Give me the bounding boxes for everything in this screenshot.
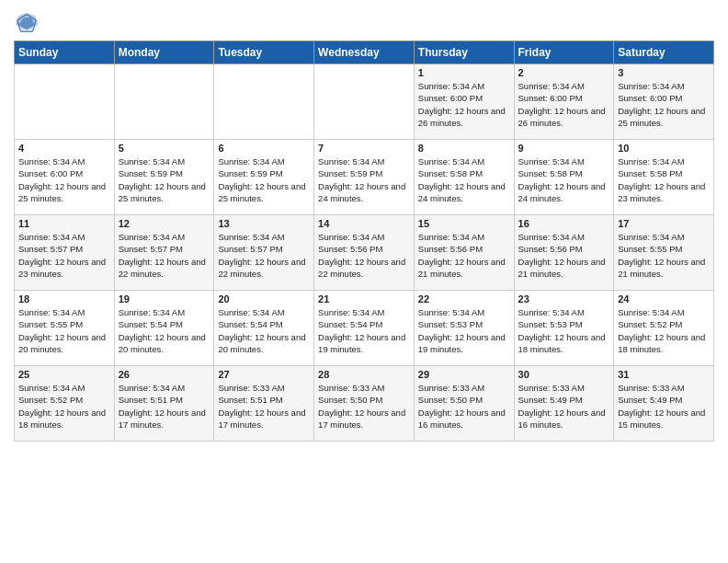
day-detail: Sunrise: 5:34 AM Sunset: 5:57 PM Dayligh… — [119, 232, 206, 279]
day-detail: Sunrise: 5:34 AM Sunset: 5:58 PM Dayligh… — [618, 156, 705, 203]
header — [14, 9, 714, 35]
day-cell: 21Sunrise: 5:34 AM Sunset: 5:54 PM Dayli… — [314, 291, 415, 366]
day-cell: 5Sunrise: 5:34 AM Sunset: 5:59 PM Daylig… — [114, 140, 214, 215]
week-row-3: 18Sunrise: 5:34 AM Sunset: 5:55 PM Dayli… — [15, 291, 714, 366]
logo — [14, 9, 43, 35]
day-cell: 17Sunrise: 5:34 AM Sunset: 5:55 PM Dayli… — [614, 215, 714, 291]
day-cell: 11Sunrise: 5:34 AM Sunset: 5:57 PM Dayli… — [15, 215, 115, 291]
day-detail: Sunrise: 5:34 AM Sunset: 5:59 PM Dayligh… — [318, 156, 405, 203]
day-number: 13 — [218, 218, 310, 229]
day-cell: 20Sunrise: 5:34 AM Sunset: 5:54 PM Dayli… — [214, 291, 314, 366]
calendar-table: SundayMondayTuesdayWednesdayThursdayFrid… — [14, 40, 714, 442]
day-cell: 29Sunrise: 5:33 AM Sunset: 5:50 PM Dayli… — [414, 366, 514, 442]
day-number: 18 — [18, 293, 110, 304]
day-detail: Sunrise: 5:34 AM Sunset: 6:00 PM Dayligh… — [518, 81, 606, 128]
day-number: 30 — [518, 369, 610, 380]
day-detail: Sunrise: 5:34 AM Sunset: 5:54 PM Dayligh… — [119, 307, 206, 354]
day-cell — [114, 64, 214, 140]
day-detail: Sunrise: 5:34 AM Sunset: 5:57 PM Dayligh… — [18, 232, 106, 279]
day-cell: 4Sunrise: 5:34 AM Sunset: 6:00 PM Daylig… — [15, 140, 115, 215]
day-number: 24 — [618, 293, 710, 304]
day-detail: Sunrise: 5:33 AM Sunset: 5:50 PM Dayligh… — [318, 383, 405, 430]
day-number: 6 — [218, 143, 310, 154]
day-number: 12 — [119, 218, 210, 229]
day-cell: 12Sunrise: 5:34 AM Sunset: 5:57 PM Dayli… — [114, 215, 214, 291]
day-detail: Sunrise: 5:34 AM Sunset: 5:56 PM Dayligh… — [418, 232, 506, 279]
day-cell: 13Sunrise: 5:34 AM Sunset: 5:57 PM Dayli… — [214, 215, 314, 291]
header-day-thursday: Thursday — [414, 41, 514, 64]
day-number: 27 — [218, 369, 310, 380]
day-number: 23 — [518, 293, 610, 304]
day-number: 25 — [18, 369, 110, 380]
header-day-saturday: Saturday — [614, 41, 714, 64]
day-detail: Sunrise: 5:34 AM Sunset: 5:55 PM Dayligh… — [618, 232, 705, 279]
day-detail: Sunrise: 5:34 AM Sunset: 5:51 PM Dayligh… — [119, 383, 206, 430]
header-day-tuesday: Tuesday — [214, 41, 314, 64]
day-cell: 18Sunrise: 5:34 AM Sunset: 5:55 PM Dayli… — [15, 291, 115, 366]
day-cell: 8Sunrise: 5:34 AM Sunset: 5:58 PM Daylig… — [414, 140, 514, 215]
day-cell: 24Sunrise: 5:34 AM Sunset: 5:52 PM Dayli… — [614, 291, 714, 366]
day-detail: Sunrise: 5:34 AM Sunset: 5:59 PM Dayligh… — [119, 156, 206, 203]
day-number: 11 — [18, 218, 110, 229]
week-row-2: 11Sunrise: 5:34 AM Sunset: 5:57 PM Dayli… — [15, 215, 714, 291]
day-cell: 28Sunrise: 5:33 AM Sunset: 5:50 PM Dayli… — [314, 366, 415, 442]
day-cell: 31Sunrise: 5:33 AM Sunset: 5:49 PM Dayli… — [614, 366, 714, 442]
day-number: 16 — [518, 218, 610, 229]
day-number: 29 — [418, 369, 510, 380]
day-number: 26 — [119, 369, 210, 380]
day-detail: Sunrise: 5:33 AM Sunset: 5:49 PM Dayligh… — [618, 383, 705, 430]
day-detail: Sunrise: 5:34 AM Sunset: 5:59 PM Dayligh… — [218, 156, 305, 203]
day-number: 15 — [418, 218, 510, 229]
day-detail: Sunrise: 5:34 AM Sunset: 5:56 PM Dayligh… — [518, 232, 606, 279]
day-detail: Sunrise: 5:34 AM Sunset: 5:54 PM Dayligh… — [318, 307, 405, 354]
logo-icon — [14, 9, 40, 35]
day-detail: Sunrise: 5:34 AM Sunset: 5:53 PM Dayligh… — [418, 307, 506, 354]
day-cell: 10Sunrise: 5:34 AM Sunset: 5:58 PM Dayli… — [614, 140, 714, 215]
day-detail: Sunrise: 5:33 AM Sunset: 5:50 PM Dayligh… — [418, 383, 506, 430]
header-day-sunday: Sunday — [15, 41, 115, 64]
day-number: 10 — [618, 143, 710, 154]
day-detail: Sunrise: 5:34 AM Sunset: 5:58 PM Dayligh… — [418, 156, 506, 203]
day-cell: 1Sunrise: 5:34 AM Sunset: 6:00 PM Daylig… — [414, 64, 514, 140]
header-day-monday: Monday — [114, 41, 214, 64]
calendar-header: SundayMondayTuesdayWednesdayThursdayFrid… — [15, 41, 714, 64]
day-number: 21 — [318, 293, 410, 304]
day-detail: Sunrise: 5:34 AM Sunset: 5:55 PM Dayligh… — [18, 307, 106, 354]
day-cell: 2Sunrise: 5:34 AM Sunset: 6:00 PM Daylig… — [514, 64, 614, 140]
day-cell — [314, 64, 415, 140]
day-number: 19 — [119, 293, 210, 304]
week-row-4: 25Sunrise: 5:34 AM Sunset: 5:52 PM Dayli… — [15, 366, 714, 442]
day-number: 5 — [119, 143, 210, 154]
calendar-container: SundayMondayTuesdayWednesdayThursdayFrid… — [0, 0, 728, 563]
day-number: 8 — [418, 143, 510, 154]
day-cell: 27Sunrise: 5:33 AM Sunset: 5:51 PM Dayli… — [214, 366, 314, 442]
day-detail: Sunrise: 5:34 AM Sunset: 5:56 PM Dayligh… — [318, 232, 405, 279]
week-row-1: 4Sunrise: 5:34 AM Sunset: 6:00 PM Daylig… — [15, 140, 714, 215]
day-detail: Sunrise: 5:34 AM Sunset: 5:57 PM Dayligh… — [218, 232, 305, 279]
day-detail: Sunrise: 5:34 AM Sunset: 5:52 PM Dayligh… — [618, 307, 705, 354]
day-cell: 30Sunrise: 5:33 AM Sunset: 5:49 PM Dayli… — [514, 366, 614, 442]
day-number: 4 — [18, 143, 110, 154]
day-detail: Sunrise: 5:34 AM Sunset: 5:54 PM Dayligh… — [218, 307, 305, 354]
day-cell — [15, 64, 115, 140]
day-number: 9 — [518, 143, 610, 154]
day-detail: Sunrise: 5:33 AM Sunset: 5:51 PM Dayligh… — [218, 383, 305, 430]
header-day-wednesday: Wednesday — [314, 41, 415, 64]
day-cell: 9Sunrise: 5:34 AM Sunset: 5:58 PM Daylig… — [514, 140, 614, 215]
day-number: 3 — [618, 67, 710, 78]
day-cell: 25Sunrise: 5:34 AM Sunset: 5:52 PM Dayli… — [15, 366, 115, 442]
day-cell: 6Sunrise: 5:34 AM Sunset: 5:59 PM Daylig… — [214, 140, 314, 215]
day-cell: 15Sunrise: 5:34 AM Sunset: 5:56 PM Dayli… — [414, 215, 514, 291]
day-detail: Sunrise: 5:34 AM Sunset: 6:00 PM Dayligh… — [418, 81, 506, 128]
header-row: SundayMondayTuesdayWednesdayThursdayFrid… — [15, 41, 714, 64]
day-number: 7 — [318, 143, 410, 154]
day-cell: 19Sunrise: 5:34 AM Sunset: 5:54 PM Dayli… — [114, 291, 214, 366]
day-cell — [214, 64, 314, 140]
day-detail: Sunrise: 5:34 AM Sunset: 5:58 PM Dayligh… — [518, 156, 606, 203]
day-cell: 7Sunrise: 5:34 AM Sunset: 5:59 PM Daylig… — [314, 140, 415, 215]
day-cell: 22Sunrise: 5:34 AM Sunset: 5:53 PM Dayli… — [414, 291, 514, 366]
week-row-0: 1Sunrise: 5:34 AM Sunset: 6:00 PM Daylig… — [15, 64, 714, 140]
day-cell: 23Sunrise: 5:34 AM Sunset: 5:53 PM Dayli… — [514, 291, 614, 366]
header-day-friday: Friday — [514, 41, 614, 64]
day-cell: 26Sunrise: 5:34 AM Sunset: 5:51 PM Dayli… — [114, 366, 214, 442]
